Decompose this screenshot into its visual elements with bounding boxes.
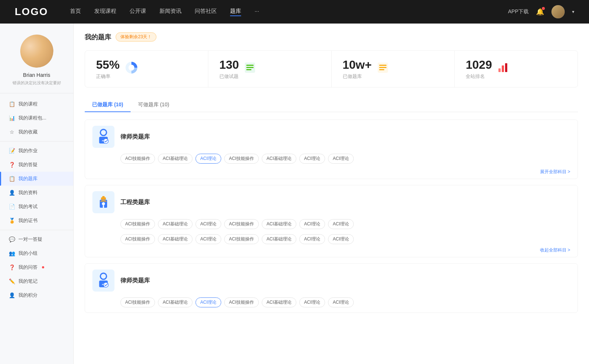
- sidebar-item-profile[interactable]: 👤 我的资料: [0, 186, 73, 200]
- sidebar-item-qa[interactable]: ❓ 我的答疑: [0, 158, 73, 172]
- qbank-tag-active[interactable]: ACI理论: [195, 154, 221, 164]
- pie-chart-icon: [125, 61, 138, 77]
- sidebar-item-tutoring[interactable]: 💬 一对一答疑: [0, 232, 73, 246]
- svg-rect-5: [246, 69, 251, 70]
- sidebar-item-homework[interactable]: 📝 我的作业: [0, 144, 73, 158]
- svg-point-16: [103, 139, 108, 143]
- sidebar-item-course-pack[interactable]: 📊 我的课程包...: [0, 111, 73, 125]
- sidebar-item-questions[interactable]: ❓ 我的问答: [0, 260, 73, 274]
- sidebar: Brian Harris 错误的决定比没有决定要好 📋 我的课程 📊 我的课程包…: [0, 24, 74, 364]
- sidebar-item-certificate[interactable]: 🏅 我的证书: [0, 214, 73, 228]
- tab-available[interactable]: 可做题库 (10): [131, 98, 177, 112]
- nav-qa[interactable]: 问答社区: [195, 8, 217, 16]
- qbank-tag[interactable]: ACI理论: [328, 234, 354, 244]
- qbank-tag[interactable]: ACI理论: [299, 219, 325, 229]
- qbank-tag[interactable]: ACI基础理论: [262, 219, 296, 229]
- qbank-tags-engineer-row2: ACI技能操作 ACI基础理论 ACI理论 ACI技能操作 ACI基础理论 AC…: [85, 234, 578, 247]
- nav-home[interactable]: 首页: [70, 8, 81, 16]
- qbank-tag[interactable]: ACI技能操作: [224, 234, 259, 244]
- sidebar-item-label: 我的课程: [18, 101, 38, 107]
- trial-badge: 体验剩余23天！: [116, 32, 156, 42]
- sidebar-item-points[interactable]: 👤 我的积分: [0, 288, 73, 302]
- qbank-tag[interactable]: ACI基础理论: [158, 219, 193, 229]
- app-download-button[interactable]: APP下载: [508, 8, 529, 15]
- svg-rect-8: [379, 67, 387, 68]
- nav-more[interactable]: ···: [254, 8, 259, 16]
- qa-icon: ❓: [9, 162, 15, 168]
- groups-icon: 👥: [9, 250, 15, 256]
- svg-rect-4: [246, 67, 254, 68]
- sidebar-item-label: 我的作业: [18, 147, 38, 154]
- sidebar-menu: 📋 我的课程 📊 我的课程包... ☆ 我的收藏 📝 我的作业 ❓ 我的答疑 �: [0, 93, 73, 306]
- nav-qbank[interactable]: 题库: [230, 8, 241, 16]
- qbank-tag[interactable]: ACI技能操作: [120, 297, 155, 307]
- qbank-tag[interactable]: ACI理论: [328, 219, 354, 229]
- avatar-image: [551, 5, 565, 18]
- qbank-tag[interactable]: ACI基础理论: [158, 297, 193, 307]
- nav-news[interactable]: 新闻资讯: [159, 8, 181, 16]
- navbar-nav: 首页 发现课程 公开课 新闻资讯 问答社区 题库 ···: [70, 8, 508, 16]
- qbank-tag[interactable]: ACI技能操作: [120, 154, 155, 164]
- qbank-tag[interactable]: ACI理论: [195, 219, 221, 229]
- svg-point-25: [103, 282, 108, 287]
- main-content: 我的题库 体验剩余23天！ 55% 正确率: [74, 24, 589, 364]
- stat-value-questions: 130 已做试题: [219, 58, 239, 80]
- qbank-tag[interactable]: ACI技能操作: [120, 219, 155, 229]
- qbank-tag-active[interactable]: ACI理论: [195, 297, 221, 307]
- nav-discover[interactable]: 发现课程: [94, 8, 116, 16]
- qbank-tag[interactable]: ACI基础理论: [262, 154, 296, 164]
- chevron-down-icon[interactable]: ▾: [572, 9, 574, 14]
- qbank-tag[interactable]: ACI技能操作: [224, 297, 259, 307]
- qbank-tag[interactable]: ACI基础理论: [262, 234, 296, 244]
- qbank-tag[interactable]: ACI技能操作: [224, 219, 259, 229]
- sidebar-item-favorites[interactable]: ☆ 我的收藏: [0, 125, 73, 139]
- qbank-tags-lawyer-2: ACI技能操作 ACI基础理论 ACI理论 ACI技能操作 ACI基础理论 AC…: [85, 297, 578, 313]
- sidebar-item-label: 我的考试: [18, 203, 38, 210]
- homework-icon: 📝: [9, 148, 15, 154]
- qbank-tag[interactable]: ACI理论: [195, 234, 221, 244]
- qbank-tag[interactable]: ACI基础理论: [158, 154, 193, 164]
- sidebar-username: Brian Harris: [7, 72, 66, 78]
- favorites-icon: ☆: [9, 129, 15, 135]
- qbank-tag[interactable]: ACI理论: [328, 154, 354, 164]
- sidebar-item-qbank[interactable]: 📋 我的题库: [0, 172, 73, 186]
- qbank-lawyer-icon-2: [92, 270, 114, 292]
- svg-rect-3: [246, 65, 254, 66]
- sidebar-item-notes[interactable]: ✏️ 我的笔记: [0, 274, 73, 288]
- stat-questions-done: 130 已做试题: [208, 51, 332, 87]
- sidebar-divider-2: [0, 230, 73, 230]
- sidebar-item-label: 我的题库: [18, 175, 38, 182]
- stat-value-correct: 55% 正确率: [96, 58, 120, 80]
- qbank-tag[interactable]: ACI理论: [328, 297, 354, 307]
- notification-bell[interactable]: 🔔: [536, 8, 544, 16]
- sidebar-item-label: 我的积分: [18, 292, 38, 299]
- page-title-row: 我的题库 体验剩余23天！: [85, 32, 578, 42]
- qbank-header-lawyer-1: 律师类题库: [85, 120, 578, 154]
- qbank-tag[interactable]: ACI理论: [299, 154, 325, 164]
- logo[interactable]: LOGO: [15, 6, 48, 18]
- qbank-tag[interactable]: ACI理论: [299, 297, 325, 307]
- qbank-tag[interactable]: ACI技能操作: [120, 234, 155, 244]
- tab-done[interactable]: 已做题库 (10): [85, 98, 131, 112]
- qbank-tag[interactable]: ACI技能操作: [224, 154, 259, 164]
- qbank-tag[interactable]: ACI理论: [299, 234, 325, 244]
- sidebar-item-label: 我的证书: [18, 217, 38, 224]
- page-wrapper: Brian Harris 错误的决定比没有决定要好 📋 我的课程 📊 我的课程包…: [0, 24, 589, 364]
- exam-icon: 📄: [9, 204, 15, 210]
- qbank-collapse-engineer[interactable]: 收起全部科目 >: [85, 247, 578, 257]
- stat-correct-rate: 55% 正确率: [85, 51, 208, 87]
- avatar-face-image: [20, 35, 53, 68]
- sidebar-item-exam[interactable]: 📄 我的考试: [0, 200, 73, 214]
- course-pack-icon: 📊: [9, 115, 15, 121]
- nav-open-course[interactable]: 公开课: [130, 8, 146, 16]
- navbar-right: APP下载 🔔 ▾: [508, 5, 574, 18]
- avatar[interactable]: [551, 5, 565, 18]
- qbank-expand-lawyer-1[interactable]: 展开全部科目 >: [85, 169, 578, 179]
- sidebar-item-groups[interactable]: 👥 我的小组: [0, 246, 73, 260]
- sidebar-item-label: 我的答疑: [18, 161, 38, 168]
- sidebar-item-courses[interactable]: 📋 我的课程: [0, 97, 73, 111]
- sidebar-divider-1: [0, 141, 73, 142]
- qbank-tag[interactable]: ACI基础理论: [262, 297, 296, 307]
- notification-dot: [542, 7, 545, 10]
- qbank-tag[interactable]: ACI基础理论: [158, 234, 193, 244]
